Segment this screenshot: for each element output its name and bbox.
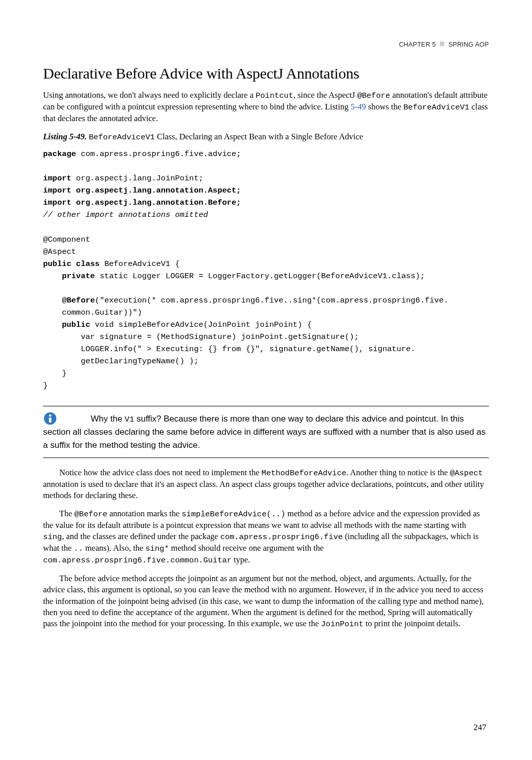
note-rule-top [43, 406, 489, 406]
keyword: import org.aspectj.lang.annotation.Befor… [43, 198, 241, 207]
page-number: 247 [474, 722, 487, 734]
code-inline: @Before [74, 510, 107, 519]
text: annotation is used to declare that it's … [43, 479, 484, 500]
section-heading: Declarative Before Advice with AspectJ A… [43, 63, 489, 84]
keyword: import org.aspectj.lang.annotation.Aspec… [43, 186, 241, 195]
code: @Component [43, 235, 90, 244]
code-inline: BeforeAdviceV1 [403, 103, 469, 112]
code: common.Guitar))") [43, 308, 142, 317]
code-inline: sing* [145, 544, 169, 553]
keyword: @Before [43, 296, 95, 305]
code: com.apress.prospring6.five.advice; [76, 149, 241, 159]
code-inline: sing [43, 533, 62, 542]
text: Notice how the advice class does not nee… [59, 468, 261, 477]
code: BeforeAdviceV1 { [100, 259, 180, 269]
code: ("execution(* com.apress.prospring6.five… [95, 296, 448, 305]
text: annotation marks the [107, 509, 182, 518]
listing-link[interactable]: 5-49 [351, 102, 366, 111]
code: static Logger LOGGER = LoggerFactory.get… [95, 272, 425, 281]
keyword: public class [43, 259, 100, 269]
text: means). Also, the [83, 543, 145, 553]
code: LOGGER.info(" > Executing: {} from {}", … [43, 345, 415, 354]
code-inline: simpleBeforeAdvice(..) [182, 510, 286, 519]
code-inline: V1 [125, 415, 134, 424]
keyword: import [43, 174, 71, 183]
listing-label: Listing 5-49. [43, 132, 87, 141]
code-inline: MethodBeforeAdvice [261, 469, 346, 478]
code: org.aspectj.lang.JoinPoint; [71, 174, 203, 183]
text: The [59, 509, 74, 518]
text: Why the [91, 414, 125, 424]
svg-rect-2 [49, 417, 52, 423]
body-paragraph: The @Before annotation marks the simpleB… [43, 508, 489, 566]
comment: // other import annotations omitted [43, 210, 208, 219]
chapter-title: SPRING AOP [448, 41, 489, 48]
code: void simpleBeforeAdvice(JoinPoint joinPo… [90, 320, 312, 329]
code: @Aspect [43, 247, 76, 256]
code-inline: .. [73, 544, 83, 553]
code-inline: @Before [357, 91, 390, 100]
text: Using annotations, we don't always need … [43, 90, 255, 100]
running-header: CHAPTER 5 SPRING AOP [43, 41, 489, 49]
code-block: package com.apress.prospring6.five.advic… [43, 148, 489, 391]
listing-caption: Listing 5-49. BeforeAdviceV1 Class, Decl… [43, 131, 489, 143]
code-inline: BeforeAdviceV1 [89, 133, 155, 142]
code-inline: com.apress.prospring6.five [220, 533, 343, 542]
text: type. [232, 555, 250, 564]
text: Class, Declaring an Aspect Bean with a S… [155, 132, 363, 141]
code-inline: @Aspect [450, 469, 483, 478]
chapter-label: CHAPTER 5 [399, 41, 436, 48]
info-note: Why the V1 suffix? Because there is more… [43, 411, 489, 452]
code: } [43, 369, 67, 378]
body-paragraph: Notice how the advice class does not nee… [43, 467, 489, 501]
body-paragraph: The before advice method accepts the joi… [43, 573, 489, 630]
text: shows the [366, 102, 403, 111]
text: , since the AspectJ [293, 90, 357, 100]
text: , and the classes are defined under the … [62, 531, 220, 541]
code: } [43, 381, 48, 390]
keyword: private [43, 272, 95, 281]
keyword: public [43, 320, 90, 329]
text: to print the joinpoint details. [363, 619, 461, 628]
code: var signature = (MethodSignature) joinPo… [43, 332, 359, 341]
keyword: package [43, 149, 76, 159]
code-inline: Pointcut [255, 91, 293, 100]
code: getDeclaringTypeName() ); [43, 357, 199, 366]
info-icon [43, 411, 57, 426]
text: . Another thing to notice is the [347, 468, 450, 477]
intro-paragraph: Using annotations, we don't always need … [43, 90, 489, 124]
code-inline: com.apress.prospring6.five.common.Guitar [43, 556, 232, 565]
text: method should receive one argument with … [169, 543, 323, 553]
note-rule-bottom [43, 458, 489, 458]
svg-point-1 [49, 414, 52, 417]
code-inline: JoinPoint [321, 620, 364, 629]
header-separator-icon [440, 42, 444, 46]
